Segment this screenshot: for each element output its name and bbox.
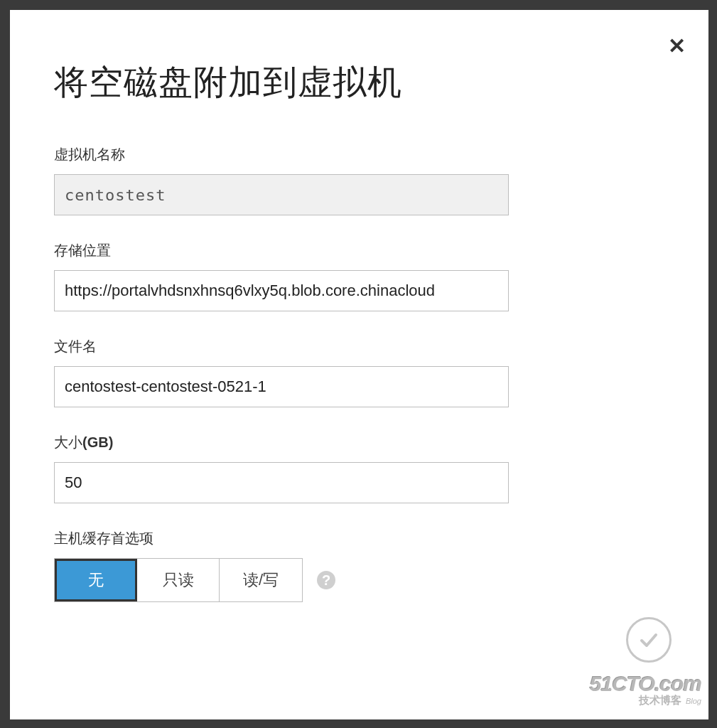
size-input[interactable] <box>54 462 509 503</box>
field-size: 大小(GB) <box>54 433 509 503</box>
close-icon[interactable]: ✕ <box>668 36 686 57</box>
vm-name-input <box>54 174 509 215</box>
dialog-title: 将空磁盘附加到虚拟机 <box>54 60 708 105</box>
storage-input[interactable] <box>54 270 509 311</box>
file-name-label: 文件名 <box>54 337 509 356</box>
size-label-prefix: 大小 <box>54 434 82 450</box>
storage-label: 存储位置 <box>54 241 509 260</box>
size-label-unit: (GB) <box>82 434 113 450</box>
field-file-name: 文件名 <box>54 337 509 407</box>
field-vm-name: 虚拟机名称 <box>54 145 509 215</box>
watermark: 51CTO.com 技术博客Blog <box>590 673 701 707</box>
cache-radio-group: 无 只读 读/写 <box>54 558 303 602</box>
field-cache: 主机缓存首选项 无 只读 读/写 ? <box>54 529 509 602</box>
form-content: 虚拟机名称 存储位置 文件名 大小(GB) 主机缓存首选项 无 只读 读/写 <box>54 145 509 602</box>
watermark-line2: 技术博客 <box>639 694 681 706</box>
attach-disk-dialog: ✕ 将空磁盘附加到虚拟机 虚拟机名称 存储位置 文件名 大小(GB) 主机缓存首… <box>10 10 708 719</box>
vm-name-label: 虚拟机名称 <box>54 145 509 164</box>
cache-label: 主机缓存首选项 <box>54 529 509 548</box>
cache-option-readwrite[interactable]: 读/写 <box>220 559 302 601</box>
check-icon <box>636 627 662 653</box>
watermark-badge: Blog <box>686 697 701 705</box>
cache-option-readonly[interactable]: 只读 <box>137 559 220 601</box>
help-icon[interactable]: ? <box>317 571 335 589</box>
file-name-input[interactable] <box>54 366 509 407</box>
size-label: 大小(GB) <box>54 433 509 452</box>
confirm-button[interactable] <box>626 617 672 663</box>
cache-option-none[interactable]: 无 <box>55 559 137 601</box>
field-storage: 存储位置 <box>54 241 509 311</box>
watermark-line1: 51CTO.com <box>590 673 701 695</box>
